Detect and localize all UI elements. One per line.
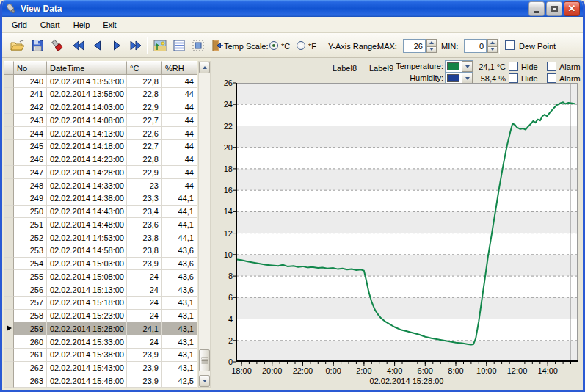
table-row[interactable]: 24502.02.2014 14:18:0022,744 [4,140,197,153]
row-selector-cell[interactable] [4,140,14,153]
row-selector-cell[interactable] [4,166,14,179]
y-tick-label: 10 [211,250,233,259]
column-header-datetime[interactable]: DateTime [47,61,127,75]
row-selector-cell[interactable] [4,297,14,310]
cell-no: 255 [14,270,47,283]
row-selector-cell[interactable] [4,349,14,362]
column-header-rh[interactable]: %RH [162,61,197,75]
row-selector-cell[interactable] [4,362,14,375]
y-tick-label: 2 [211,336,233,345]
first-record-button[interactable] [69,37,87,55]
table-row[interactable]: 25702.02.2014 15:18:002443,1 [4,297,197,310]
max-down-button[interactable] [426,46,437,54]
chart-plot-area[interactable] [236,83,578,362]
menu-item-chart[interactable]: Chart [34,18,67,32]
cell-temp: 23,9 [127,258,162,271]
minimize-button[interactable] [528,1,545,16]
table-row[interactable]: 25402.02.2014 15:03:0023,943,6 [4,258,197,271]
scrollbar-thumb[interactable] [199,349,210,371]
grid-view-button[interactable] [170,37,188,55]
row-selector-cell[interactable] [4,75,14,88]
humidity-hide-checkbox[interactable] [509,73,518,83]
row-selector-cell[interactable] [4,206,14,219]
table-row[interactable]: 24602.02.2014 14:23:0022,844 [4,153,197,167]
temperature-hide-checkbox[interactable] [509,62,518,71]
row-selector-cell[interactable] [4,322,14,335]
table-row[interactable]: 26202.02.2014 15:43:0023,943,1 [4,362,197,375]
table-row[interactable]: 26102.02.2014 15:38:0023,943,1 [4,349,197,362]
column-header-temp[interactable]: °C [127,61,162,75]
table-row[interactable]: 26302.02.2014 15:48:0023,942,5 [4,374,197,388]
row-selector-cell[interactable] [4,244,14,258]
row-selector-cell[interactable] [4,231,14,244]
table-row[interactable]: 24002.02.2014 13:53:0022,844 [4,75,197,88]
clear-button[interactable] [48,37,66,55]
menu-item-exit[interactable]: Exit [96,18,123,32]
min-up-button[interactable] [487,39,498,46]
row-selector-cell[interactable] [4,283,14,297]
cell-no: 258 [14,310,47,323]
table-row[interactable]: 25902.02.2014 15:28:0024,143,1 [4,322,197,335]
table-row[interactable]: 24402.02.2014 14:13:0022,644 [4,127,197,140]
row-selector-cell[interactable] [4,88,14,101]
row-selector-cell[interactable] [4,258,14,271]
close-button[interactable]: ✕ [564,1,580,16]
celsius-radio[interactable] [269,41,278,50]
cell-no: 256 [14,283,47,297]
title-bar[interactable]: View Data ✕ [2,0,583,17]
row-selector-cell[interactable] [4,153,14,167]
dew-point-checkbox[interactable] [505,40,515,50]
table-row[interactable]: 24702.02.2014 14:28:0022,944 [4,166,197,179]
table-row[interactable]: 26002.02.2014 15:33:002443,1 [4,335,197,349]
max-up-button[interactable] [426,39,437,46]
humidity-alarm-checkbox[interactable] [547,73,556,83]
table-row[interactable]: 24202.02.2014 14:03:0022,944 [4,101,197,115]
maximize-button[interactable] [546,1,562,16]
row-selector-cell[interactable] [4,270,14,283]
row-selector-cell[interactable] [4,101,14,115]
row-selector-cell[interactable] [4,127,14,140]
chart-image-button[interactable] [150,37,169,55]
row-selector-cell[interactable] [4,179,14,192]
scroll-down-button[interactable] [199,375,210,387]
cell-datetime: 02.02.2014 13:58:00 [47,88,127,101]
open-button[interactable] [8,37,26,55]
cell-datetime: 02.02.2014 14:08:00 [47,114,127,127]
table-row[interactable]: 25202.02.2014 14:53:0023,844,1 [4,231,197,244]
max-input[interactable]: 26 [403,39,426,53]
row-selector-cell[interactable] [4,218,14,231]
grid-scrollbar[interactable] [198,61,211,388]
column-header-no[interactable]: No [14,61,47,75]
table-row[interactable]: 25002.02.2014 14:43:0023,444,1 [4,206,197,219]
row-selector-cell[interactable] [4,335,14,349]
table-row[interactable]: 24902.02.2014 14:38:0023,344,1 [4,192,197,206]
min-down-button[interactable] [487,46,498,54]
cell-temp: 23,9 [127,362,162,375]
menu-item-help[interactable]: Help [67,18,97,32]
select-range-button[interactable] [189,37,207,55]
table-row[interactable]: 24102.02.2014 13:58:0022,844 [4,88,197,101]
save-button[interactable] [28,37,46,55]
table-row[interactable]: 25102.02.2014 14:48:0023,644,1 [4,218,197,231]
fahrenheit-radio[interactable] [297,41,305,50]
table-row[interactable]: 24302.02.2014 14:08:0022,744 [4,114,197,127]
cell-no: 241 [14,88,47,101]
row-selector-cell[interactable] [4,114,14,127]
table-row[interactable]: 25302.02.2014 14:58:0023,843,6 [4,244,197,258]
row-selector-cell[interactable] [4,374,14,388]
scroll-up-button[interactable] [199,62,210,73]
table-row[interactable]: 25502.02.2014 15:08:002443,6 [4,270,197,283]
row-selector-cell[interactable] [4,192,14,206]
min-input[interactable]: 0 [464,39,487,53]
table-row[interactable]: 24802.02.2014 14:33:002344 [4,179,197,192]
table-row[interactable]: 25602.02.2014 15:13:002443,6 [4,283,197,297]
last-record-button[interactable] [126,37,145,55]
table-row[interactable]: 25802.02.2014 15:23:002443,1 [4,310,197,323]
previous-record-button[interactable] [88,37,106,55]
cell-datetime: 02.02.2014 15:28:00 [47,322,127,335]
row-selector-cell[interactable] [4,310,14,323]
menu-item-grid[interactable]: Grid [5,18,34,32]
temperature-alarm-checkbox[interactable] [547,62,556,71]
next-record-button[interactable] [107,37,126,55]
cell-datetime: 02.02.2014 14:13:00 [47,127,127,140]
